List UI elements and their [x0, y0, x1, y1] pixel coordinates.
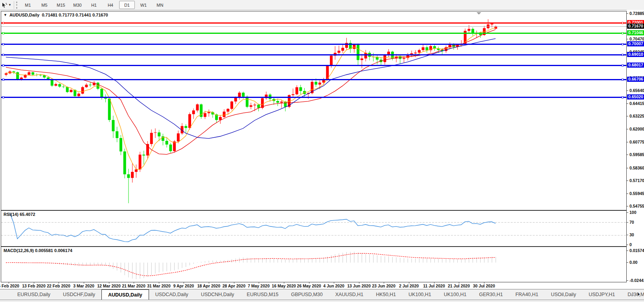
rsi-tick-label: 30 — [629, 232, 634, 237]
price-tick-label: 0.64415 — [629, 101, 644, 106]
date-label: 4 Jun 2020 — [320, 284, 348, 288]
chart-tab-hk50-h1[interactable]: HK50,H1 — [370, 289, 402, 300]
chart-tab-usdcnh-daily[interactable]: USDCNH,Daily — [195, 289, 241, 300]
hline-0.69010[interactable] — [1, 54, 626, 55]
hline-handle[interactable] — [2, 64, 4, 66]
timeframe-button-m1[interactable]: M1 — [20, 1, 36, 9]
rsi-tick-label: 100 — [629, 210, 637, 215]
price-line-label-0.68017: 0.68017 — [627, 63, 644, 68]
hline-handle[interactable] — [2, 43, 4, 45]
rsi-tick-label: 0 — [629, 242, 632, 247]
price-tick-mark — [627, 129, 628, 129]
timeframe-button-h1[interactable]: H1 — [86, 1, 102, 9]
date-label: 13 Jun 2020 — [345, 284, 373, 288]
tabbar-underline — [0, 300, 644, 300]
chart-tab-usoil-daily[interactable]: USOil,Daily — [545, 289, 582, 300]
date-axis[interactable]: 4 Feb 202013 Feb 202022 Feb 20203 Mar 20… — [1, 282, 627, 289]
chart-tab-usdjpy-h1[interactable]: USDJPY,H1 — [582, 289, 621, 300]
rsi-tick-mark — [627, 222, 628, 223]
date-label: 12 Mar 2020 — [95, 284, 123, 288]
timeframe-toolbar: ▼ M1M5M15M30H1H4D1W1MN — [0, 0, 644, 10]
price-tick-label: 0.70470 — [629, 37, 644, 41]
chart-tab-eurusd-daily[interactable]: EURUSD,Daily — [11, 289, 57, 300]
price-tick-mark — [627, 155, 628, 155]
chart-tab-usdcad-daily[interactable]: USDCAD,Daily — [149, 289, 195, 300]
chart-tab-uk100-h1[interactable]: UK100,H1 — [438, 289, 473, 300]
candlestick-series — [5, 19, 497, 203]
date-label: 11 Jul 2020 — [420, 284, 448, 288]
price-tick-label: 0.62000 — [629, 127, 644, 131]
hline-handle[interactable] — [622, 22, 624, 24]
price-axis[interactable]: 0.728850.716600.704700.692450.680200.668… — [627, 10, 644, 289]
hline-handle[interactable] — [622, 64, 624, 66]
macd-chart — [1, 247, 626, 282]
date-label: 21 Mar 2020 — [120, 284, 148, 288]
hline-0.65020[interactable] — [1, 97, 626, 98]
macd-tick-mark — [627, 250, 628, 251]
date-label: 7 May 2020 — [245, 284, 273, 288]
hline-handle[interactable] — [2, 22, 4, 24]
mt4-window: ▼ M1M5M15M30H1H4D1W1MN ▼ AUDUSD,Daily 0.… — [0, 0, 644, 302]
timeframe-button-m30[interactable]: M30 — [70, 1, 85, 9]
timeframe-button-m15[interactable]: M15 — [53, 1, 69, 9]
chart-tab-xauusd-h1[interactable]: XAUUSD,H1 — [329, 289, 370, 300]
price-tick-label: 0.63225 — [629, 114, 644, 118]
tabs-scroll-left-icon[interactable]: ◄ — [630, 292, 634, 296]
hline-handle[interactable] — [2, 54, 4, 56]
rsi-tick-mark — [627, 212, 628, 213]
hline-handle[interactable] — [622, 96, 624, 98]
hline-handle[interactable] — [2, 96, 4, 98]
chart-shift-marker[interactable] — [476, 12, 482, 15]
macd-tick-mark — [627, 280, 628, 281]
date-label: 16 May 2020 — [270, 284, 298, 288]
hline-0.68017[interactable] — [1, 65, 626, 66]
date-label: 30 Jul 2020 — [470, 284, 498, 288]
hline-0.71670[interactable] — [1, 26, 626, 27]
rsi-chart — [1, 211, 626, 246]
cursor-tool-dropdown-icon[interactable]: ▼ — [8, 3, 11, 7]
hline-handle[interactable] — [622, 79, 624, 81]
price-tick-mark — [627, 39, 628, 39]
date-label: 3 Mar 2020 — [70, 284, 98, 288]
hline-0.71046[interactable] — [1, 33, 626, 34]
price-tick-mark — [627, 193, 628, 194]
hline-handle[interactable] — [622, 43, 624, 45]
price-line-label-0.71670: 0.71670 — [627, 24, 644, 29]
chart-tab-ger30-h1[interactable]: GER30,H1 — [473, 289, 509, 300]
hline-handle[interactable] — [2, 32, 4, 34]
main-chart-pane[interactable]: ▼ AUDUSD,Daily 0.71481 0.71773 0.71441 0… — [1, 11, 627, 210]
hline-0.70007[interactable] — [1, 44, 626, 45]
toolbar-separator — [14, 1, 14, 9]
hline-handle[interactable] — [622, 32, 624, 34]
timeframe-button-mn[interactable]: MN — [152, 1, 168, 9]
hline-0.72001[interactable] — [1, 22, 626, 24]
rsi-label: RSI(14) 65.4072 — [4, 212, 35, 217]
rsi-indicator-pane[interactable]: RSI(14) 65.4072 — [1, 210, 627, 247]
macd-indicator-pane[interactable]: MACD(12,26,9) 0.005581 0.006174 — [1, 247, 627, 282]
price-tick-mark — [627, 180, 628, 181]
timeframe-button-h4[interactable]: H4 — [103, 1, 118, 9]
rsi-line — [10, 213, 496, 242]
cursor-tool-icon[interactable] — [0, 2, 8, 9]
date-label: 22 Feb 2020 — [44, 284, 73, 288]
date-label: 13 Feb 2020 — [20, 284, 48, 288]
price-tick-mark — [627, 142, 628, 142]
chart-tab-uk100-h1[interactable]: UK100,H1 — [402, 289, 438, 300]
hline-handle[interactable] — [2, 79, 4, 81]
date-label: 18 Apr 2020 — [195, 284, 223, 288]
chart-tab-audusd-daily[interactable]: AUDUSD,Daily — [101, 289, 149, 300]
price-line-label-0.65020: 0.65020 — [627, 94, 644, 99]
timeframe-button-w1[interactable]: W1 — [136, 1, 151, 9]
chart-tab-gbpusd-m30[interactable]: GBPUSD,M30 — [285, 289, 329, 300]
chart-tab-usdchf-daily[interactable]: USDCHF,Daily — [57, 289, 101, 300]
timeframe-button-d1[interactable]: D1 — [119, 1, 135, 9]
price-line-label-0.71046: 0.71046 — [627, 30, 644, 35]
hline-0.66706[interactable] — [1, 79, 626, 80]
tabs-scroll-right-icon[interactable]: ► — [637, 292, 641, 296]
timeframe-button-m5[interactable]: M5 — [37, 1, 52, 9]
chart-collapse-icon[interactable]: ▼ — [4, 13, 7, 17]
hline-handle[interactable] — [622, 54, 624, 56]
toolbar-grip[interactable] — [16, 2, 17, 9]
chart-tab-fra40-h1[interactable]: FRA40,H1 — [509, 289, 545, 300]
chart-tab-eurusd-m15[interactable]: EURUSD,M15 — [241, 289, 285, 300]
